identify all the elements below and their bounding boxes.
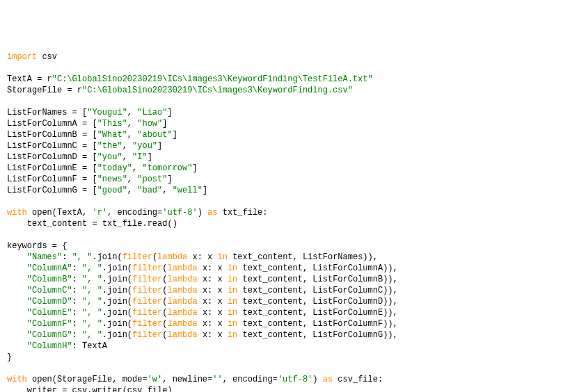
keyword-as: as: [207, 208, 217, 218]
keyword-in: in: [218, 252, 228, 262]
code-line: ListForColumnD = ["you", "I"]: [7, 152, 152, 162]
code-line: keywords = {: [7, 241, 67, 251]
code-line: writer = csv.writer(csv_file): [7, 386, 173, 392]
keyword-filter: filter: [122, 252, 152, 262]
code-line: "ColumnA": ", ".join(filter(lambda x: x …: [7, 263, 398, 273]
code-line: "ColumnE": ", ".join(filter(lambda x: x …: [7, 308, 398, 318]
keyword-import: import: [7, 52, 37, 62]
code-line: }: [7, 352, 12, 362]
code-line: ListForColumnC = ["the", "you"]: [7, 141, 162, 151]
code-line: "ColumnB": ", ".join(filter(lambda x: x …: [7, 275, 398, 284]
code-line: ListForColumnA = ["This", "how"]: [7, 119, 167, 129]
code-line: ListForColumnB = ["What", "about"]: [7, 130, 177, 140]
code-line: TextA = r"C:\GlobalSino20230219\ICs\imag…: [7, 74, 373, 84]
keyword-with: with: [7, 375, 27, 384]
code-line: with open(StorageFile, mode='w', newline…: [7, 375, 383, 384]
code-line: "Names": ", ".join(filter(lambda x: x in…: [7, 252, 378, 262]
code-line: "ColumnC": ", ".join(filter(lambda x: x …: [7, 286, 398, 295]
keyword-lambda: lambda: [157, 252, 187, 262]
path-string: "C:\GlobalSino20230219\ICs\images3\Keywo…: [82, 85, 353, 95]
code-line: StorageFile = r"C:\GlobalSino20230219\IC…: [7, 85, 353, 95]
path-string: "C:\GlobalSino20230219\ICs\images3\Keywo…: [52, 74, 373, 84]
code-line: ListForNames = ["Yougui", "Liao"]: [7, 108, 173, 117]
code-line: with open(TextA, 'r', encoding='utf-8') …: [7, 208, 268, 218]
code-line: "ColumnH": TextA: [7, 341, 107, 351]
code-line: ListForColumnE = ["today", "tomorrow"]: [7, 163, 198, 173]
code-line: text_content = txt_file.read(): [7, 219, 177, 229]
keyword-with: with: [7, 208, 27, 218]
code-block: import csv TextA = r"C:\GlobalSino202302…: [7, 51, 579, 392]
code-line: ListForColumnF = ["news", "post"]: [7, 174, 173, 184]
code-line: import csv: [7, 52, 57, 62]
code-line: "ColumnG": ", ".join(filter(lambda x: x …: [7, 330, 398, 340]
code-line: ListForColumnG = ["good", "bad", "well"]: [7, 186, 207, 195]
keyword-as: as: [323, 375, 333, 384]
code-line: "ColumnD": ", ".join(filter(lambda x: x …: [7, 297, 398, 307]
code-line: "ColumnF": ", ".join(filter(lambda x: x …: [7, 319, 398, 329]
